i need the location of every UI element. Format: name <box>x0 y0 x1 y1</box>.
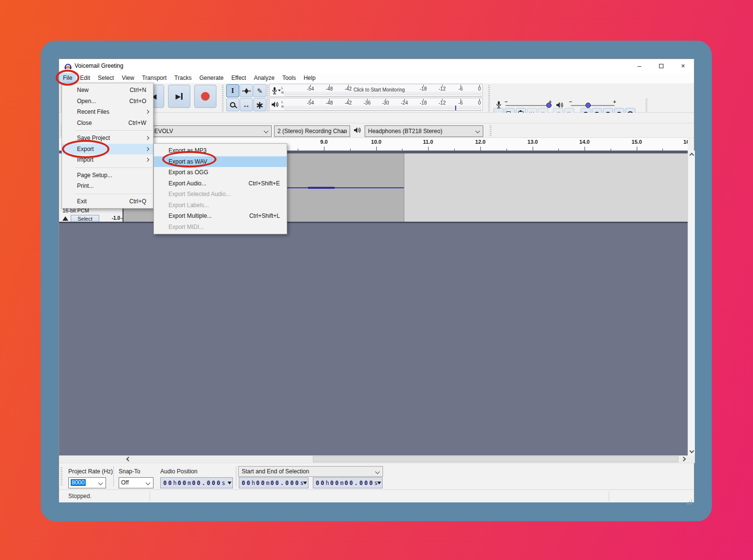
time-format-dropdown-icon[interactable] <box>377 482 381 484</box>
track-area-background[interactable] <box>59 223 688 455</box>
snap-to-select[interactable]: Off <box>119 477 154 488</box>
envelope-tool-button[interactable] <box>240 84 253 97</box>
device-toolbar-end-grip[interactable] <box>490 125 492 136</box>
time-format-dropdown-icon[interactable] <box>228 482 231 484</box>
menu-item-export-labels: Export Labels... <box>154 200 287 211</box>
menu-item-exit[interactable]: ExitCtrl+Q <box>62 196 153 207</box>
submenu-arrow-icon <box>145 136 149 140</box>
multi-tool-button[interactable]: ∗ <box>253 98 266 111</box>
skip-to-end-button[interactable]: ▶ <box>168 85 190 108</box>
scroll-up-icon[interactable] <box>690 153 694 158</box>
menu-item-export-audio[interactable]: Export Audio...Ctrl+Shift+E <box>154 178 287 189</box>
zoom-tool-button[interactable] <box>226 98 239 111</box>
vertical-scrollbar[interactable] <box>688 151 695 455</box>
maximize-icon <box>659 64 663 68</box>
time-shift-tool-button[interactable]: ↔ <box>240 98 253 111</box>
ruler-time-label: 15.0 <box>631 139 642 145</box>
skip-end-icon: ▶ <box>176 92 181 100</box>
menu-analyze[interactable]: Analyze <box>250 73 278 83</box>
record-button[interactable] <box>194 85 216 108</box>
playback-volume-handle[interactable] <box>585 103 591 108</box>
tools-toolbar-grip[interactable] <box>222 85 224 111</box>
menu-item-page-setup[interactable]: Page Setup... <box>62 170 153 181</box>
selection-tool-button[interactable]: I <box>226 84 239 97</box>
menu-item-new[interactable]: NewCtrl+N <box>62 85 153 96</box>
menu-item-recent-files[interactable]: Recent Files <box>62 106 153 118</box>
menu-item-export-midi: Export MIDI... <box>154 222 287 233</box>
meter-message[interactable]: Click to Start Monitoring <box>353 87 405 92</box>
menu-item-export-as-ogg[interactable]: Export as OGG <box>154 167 287 178</box>
meter-lane <box>285 106 481 108</box>
playback-meter-scale: -54-48-42-36-30-24-18-12-60 <box>284 98 482 110</box>
menu-item-label: Export as OGG <box>169 169 208 176</box>
recording-channels-select[interactable]: 2 (Stereo) Recording Chan <box>274 125 350 137</box>
menu-item-close[interactable]: CloseCtrl+W <box>62 118 153 129</box>
menu-effect[interactable]: Effect <box>228 73 250 83</box>
project-rate-value: 8000 <box>71 479 86 486</box>
menu-generate[interactable]: Generate <box>196 73 228 83</box>
recording-meter[interactable]: L R -54-48-42-18-12-60Click to Start Mon… <box>269 84 483 97</box>
menu-view[interactable]: View <box>118 73 138 83</box>
meter-toolbar-grip[interactable] <box>267 85 269 111</box>
meter-scale-label: -24 <box>401 100 408 106</box>
edit-toolbar-grip[interactable] <box>488 85 490 111</box>
menu-item-export-multiple[interactable]: Export Multiple...Ctrl+Shift+L <box>154 211 287 222</box>
meter-scale-label: -48 <box>326 86 333 91</box>
title-bar[interactable]: Voicemail Greeting – × <box>59 59 694 73</box>
draw-tool-button[interactable]: ✎ <box>253 84 266 97</box>
meter-scale-label: -42 <box>345 86 352 91</box>
menu-item-label: Exit <box>77 198 87 205</box>
selection-toolbar-grip[interactable] <box>61 467 62 486</box>
maximize-button[interactable] <box>650 59 672 73</box>
selection-mode-select[interactable]: Start and End of Selection <box>238 466 383 477</box>
playback-volume-slider[interactable] <box>571 105 615 106</box>
track-empty-region[interactable] <box>404 153 688 223</box>
recording-volume-slider[interactable] <box>506 105 551 106</box>
menu-item-shortcut: Ctrl+O <box>129 96 146 107</box>
menu-item-open[interactable]: Open...Ctrl+O <box>62 96 153 107</box>
menu-item-label: Export Selected Audio... <box>169 191 231 197</box>
scroll-down-icon[interactable] <box>690 449 694 454</box>
track-scale-label: -1.0 <box>112 215 120 221</box>
ruler-major-tick <box>324 147 324 151</box>
horizontal-scrollbar-thumb[interactable] <box>313 456 678 462</box>
menu-tools[interactable]: Tools <box>278 73 300 83</box>
project-rate-select[interactable]: 8000 <box>68 477 106 488</box>
menu-transport[interactable]: Transport <box>138 73 170 83</box>
menu-select[interactable]: Select <box>94 73 118 83</box>
playback-meter[interactable]: L R -54-48-42-36-30-24-18-12-60 <box>269 98 483 111</box>
speaker-icon <box>271 101 279 108</box>
menu-separator <box>76 194 152 194</box>
ruler-time-label: 10.0 <box>371 139 381 145</box>
selection-start-field[interactable]: 00h 00m 00.000s <box>239 477 308 488</box>
annotation-circle-export <box>62 140 109 158</box>
menu-separator <box>76 130 152 131</box>
ruler-time-label: 9.0 <box>320 139 327 145</box>
chevron-down-icon <box>146 481 151 485</box>
meter-scale-label: -12 <box>439 100 446 106</box>
ruler-major-tick <box>428 147 429 151</box>
audio-position-field[interactable]: 00h 00m 00.000s <box>160 477 233 488</box>
collapse-track-icon[interactable] <box>62 216 68 221</box>
playback-device-select[interactable]: Headphones (BT218 Stereo) <box>365 125 483 137</box>
resize-grip[interactable] <box>691 499 692 500</box>
time-format-dropdown-icon[interactable] <box>303 482 307 484</box>
menu-tracks[interactable]: Tracks <box>170 73 196 83</box>
menu-item-print[interactable]: Print... <box>62 181 153 192</box>
meter-scale-label: -18 <box>420 86 427 91</box>
minimize-button[interactable]: – <box>629 59 650 73</box>
scroll-right-icon[interactable] <box>681 457 686 462</box>
annotation-circle-file <box>56 70 79 86</box>
selection-tool-icon: I <box>231 87 234 95</box>
mixer-toolbar-grip[interactable] <box>645 99 647 111</box>
status-text: Stopped. <box>68 493 92 499</box>
horizontal-scrollbar[interactable] <box>59 455 695 463</box>
menu-help[interactable]: Help <box>300 73 320 83</box>
menu-item-label: Close <box>77 120 92 126</box>
selection-end-field[interactable]: 00h 00m 00.000s <box>313 477 383 488</box>
envelope-tool-icon <box>242 88 251 94</box>
close-button[interactable]: × <box>672 59 694 73</box>
record-icon <box>201 92 210 101</box>
scroll-left-icon[interactable] <box>126 457 131 462</box>
ruler-major-tick <box>584 147 585 151</box>
